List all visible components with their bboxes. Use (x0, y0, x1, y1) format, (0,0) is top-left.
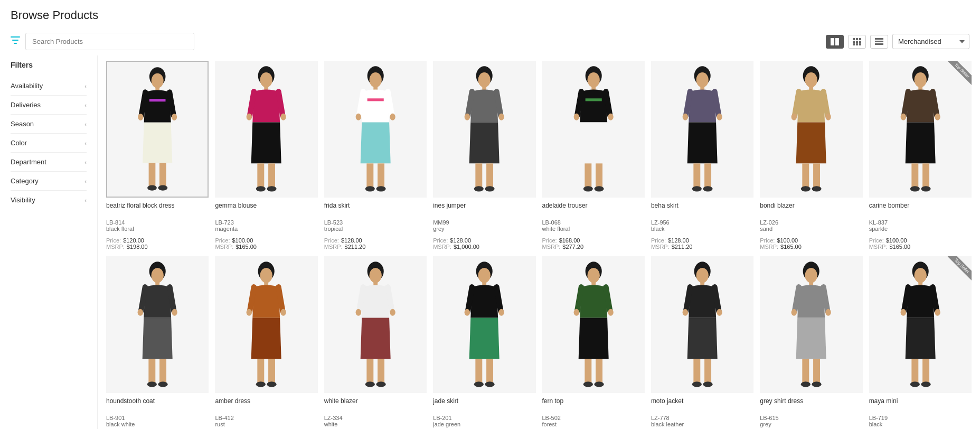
svg-point-111 (390, 309, 395, 316)
svg-point-128 (573, 309, 579, 316)
toolbar-right: Merchandised Price: Low to High Price: H… (826, 34, 969, 49)
product-name: carine bomber (869, 202, 972, 218)
svg-point-66 (717, 114, 722, 120)
svg-point-34 (369, 72, 381, 88)
product-figure (433, 61, 535, 198)
svg-point-141 (692, 381, 702, 387)
svg-point-23 (158, 185, 167, 190)
filter-visibility[interactable]: Visibility ‹ (11, 191, 87, 209)
product-image (542, 256, 645, 393)
msrp-label: MSRP: (433, 244, 451, 250)
filter-department-label: Department (11, 158, 46, 166)
product-card[interactable]: grey shirt dress LB-615 grey Price: $110… (760, 256, 862, 429)
chevron-icon: ‹ (84, 121, 87, 127)
view-grid-button[interactable] (848, 35, 866, 49)
svg-rect-29 (258, 163, 265, 187)
svg-point-142 (703, 381, 712, 387)
svg-rect-36 (367, 98, 383, 101)
svg-rect-1 (835, 38, 839, 45)
product-card[interactable]: white blazer LZ-334 white Price: $115.00… (324, 256, 427, 429)
filter-department[interactable]: Department ‹ (11, 153, 87, 172)
product-price-row: Price: $120.00 (106, 237, 209, 244)
product-name: amber dress (215, 397, 317, 413)
product-card[interactable]: maya mini LB-719 black Price: $95.00 MSR… (869, 256, 972, 429)
product-card[interactable]: fern top LB-502 forest Price: $88.00 MSR… (542, 256, 645, 429)
search-input[interactable] (25, 33, 194, 50)
svg-point-84 (935, 114, 940, 120)
msrp-value: $211.20 (672, 244, 693, 250)
product-color: sparkle (869, 226, 972, 232)
svg-point-87 (910, 186, 919, 191)
product-msrp-row: MSRP: $198.00 (106, 244, 209, 250)
product-card[interactable]: bondi blazer LZ-026 sand Price: $100.00 … (760, 61, 862, 250)
price-value: $128.00 (450, 237, 471, 244)
svg-point-156 (935, 309, 940, 316)
svg-rect-139 (693, 359, 700, 383)
svg-rect-157 (911, 359, 918, 383)
svg-point-31 (256, 186, 266, 191)
product-sku: LB-201 (433, 415, 535, 421)
svg-rect-20 (149, 163, 156, 186)
svg-rect-67 (693, 163, 700, 187)
product-figure (215, 256, 317, 393)
filter-color[interactable]: Color ‹ (11, 134, 87, 153)
product-image (215, 61, 317, 198)
product-image (869, 256, 972, 393)
view-two-col-button[interactable] (826, 35, 844, 49)
svg-rect-12 (875, 41, 883, 42)
product-figure (324, 256, 427, 393)
product-name: beha skirt (651, 202, 753, 218)
filter-season[interactable]: Season ‹ (11, 115, 87, 134)
product-sku: LB-615 (760, 415, 862, 421)
product-card[interactable]: frida skirt LB-523 tropical Price: $128.… (324, 61, 427, 250)
product-card[interactable]: gemma blouse LB-723 magenta Price: $100.… (215, 61, 317, 250)
filter-deliveries[interactable]: Deliveries ‹ (11, 96, 87, 115)
svg-rect-11 (875, 38, 883, 40)
price-label: Price: (651, 237, 666, 244)
svg-rect-158 (922, 359, 929, 383)
product-image (324, 61, 427, 198)
svg-point-88 (921, 186, 930, 191)
product-sku: LB-068 (542, 219, 645, 226)
product-name: maya mini (869, 397, 972, 413)
svg-point-18 (138, 114, 143, 120)
svg-rect-77 (813, 163, 820, 187)
chevron-icon: ‹ (84, 140, 87, 146)
product-card[interactable]: jade skirt LB-201 jade green Price: $98.… (433, 256, 535, 429)
product-msrp-row: MSRP: $211.20 (324, 244, 427, 250)
product-card[interactable]: beha skirt LZ-956 black Price: $128.00 M… (651, 61, 753, 250)
product-figure (324, 61, 427, 198)
filter-icon[interactable] (11, 35, 20, 48)
filter-availability[interactable]: Availability ‹ (11, 77, 87, 96)
product-name: white blazer (324, 397, 427, 413)
sort-select[interactable]: Merchandised Price: Low to High Price: H… (892, 34, 969, 49)
svg-rect-48 (475, 163, 482, 187)
product-card[interactable]: ines jumper MM99 grey Price: $128.00 MSR… (433, 61, 535, 250)
main-content: Filters Availability ‹ Deliveries ‹ Seas… (0, 55, 980, 429)
product-msrp-row: MSRP: $211.20 (651, 244, 753, 250)
product-card[interactable]: moto jacket LZ-778 black leather Price: … (651, 256, 753, 429)
msrp-value: $198.00 (127, 244, 148, 250)
svg-point-72 (805, 72, 817, 88)
product-color: grey (760, 421, 862, 427)
svg-point-27 (247, 114, 252, 120)
products-area: beatriz floral block dress LB-814 black … (98, 55, 980, 429)
svg-point-159 (910, 381, 919, 387)
product-sku: LB-523 (324, 219, 427, 226)
product-card[interactable]: amber dress LB-412 rust Price: $135.00 M… (215, 256, 317, 429)
svg-point-132 (583, 381, 592, 387)
svg-rect-21 (159, 163, 166, 186)
product-color: jade green (433, 421, 535, 427)
price-label: Price: (760, 237, 775, 244)
svg-point-63 (696, 72, 708, 88)
filter-category[interactable]: Category ‹ (11, 172, 87, 191)
product-card[interactable]: beatriz floral block dress LB-814 black … (106, 61, 209, 250)
product-image (106, 256, 209, 393)
product-card[interactable]: houndstooth coat LB-901 black white Pric… (106, 256, 209, 429)
product-card[interactable]: adelaide trouser LB-068 white floral Pri… (542, 61, 645, 250)
chevron-icon: ‹ (84, 83, 87, 89)
product-card[interactable]: carine bomber KL-837 sparkle Price: $100… (869, 61, 972, 250)
svg-point-78 (801, 186, 811, 191)
product-image (651, 256, 753, 393)
view-list-button[interactable] (870, 35, 888, 49)
